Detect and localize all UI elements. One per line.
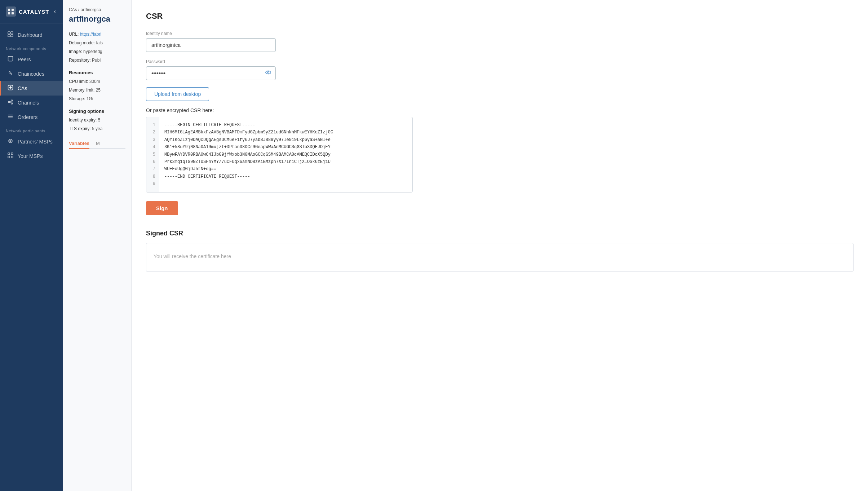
svg-rect-6	[8, 35, 10, 37]
svg-line-14	[10, 102, 11, 103]
svg-point-25	[267, 72, 269, 74]
svg-point-24	[266, 71, 271, 74]
sidebar-item-dashboard[interactable]: Dashboard	[0, 28, 63, 42]
channels-icon	[7, 99, 14, 106]
partners-msps-icon	[7, 138, 14, 145]
svg-point-18	[9, 139, 12, 143]
sign-button[interactable]: Sign	[146, 201, 178, 215]
tls-expiry: TLS expiry: 5 yea	[69, 125, 125, 132]
csr-text-content[interactable]: -----BEGIN CERTIFICATE REQUEST----- MIH6…	[159, 117, 412, 192]
svg-point-12	[11, 103, 13, 104]
sidebar-item-your-msps[interactable]: Your MSPs	[0, 149, 63, 163]
svg-rect-0	[8, 9, 10, 11]
peers-icon	[7, 56, 14, 63]
tab-variables[interactable]: Variables	[69, 138, 89, 149]
sidebar-navigation: Dashboard Network components Peers Chain…	[0, 23, 63, 491]
svg-rect-1	[12, 9, 14, 11]
dashboard-icon	[7, 31, 14, 39]
signed-csr-section: Signed CSR You will receive the certific…	[146, 230, 854, 272]
identity-name-label: Identity name	[146, 31, 854, 36]
svg-rect-4	[8, 32, 10, 34]
breadcrumb-separator: /	[78, 7, 81, 12]
cpu-limit: CPU limit: 300m	[69, 78, 125, 85]
csr-editor-inner: 1 2 3 4 5 6 7 8 9 -----BEGIN CERTIFICATE…	[146, 117, 412, 192]
app-name: CATALYST	[19, 9, 49, 15]
signed-csr-title: Signed CSR	[146, 230, 854, 237]
password-wrapper	[146, 66, 276, 80]
signed-csr-placeholder: You will receive the certificate here	[146, 243, 854, 272]
password-label: Password	[146, 59, 854, 64]
sidebar-item-chaincodes[interactable]: Chaincodes	[0, 67, 63, 81]
detail-image: Image: hyperledg	[69, 48, 125, 55]
csr-panel: CSR Identity name Password Upload from d…	[132, 0, 868, 491]
sidebar-collapse-button[interactable]: ‹	[53, 7, 57, 16]
sidebar-item-label: Channels	[18, 100, 39, 106]
sidebar: CATALYST ‹ Dashboard Network components	[0, 0, 63, 491]
svg-point-10	[8, 101, 10, 103]
sidebar-item-label: Dashboard	[18, 32, 43, 38]
svg-rect-7	[11, 35, 13, 37]
cas-icon	[7, 85, 14, 92]
svg-point-19	[10, 140, 11, 142]
section-label-network-components: Network components	[0, 42, 63, 52]
password-input[interactable]	[146, 66, 276, 80]
sidebar-item-label: CAs	[18, 85, 27, 91]
identity-name-input[interactable]	[146, 38, 276, 52]
line-numbers: 1 2 3 4 5 6 7 8 9	[146, 117, 159, 192]
sidebar-item-label: Chaincodes	[18, 71, 44, 77]
signing-options-section: Identity expiry: 5 TLS expiry: 5 yea	[69, 117, 125, 132]
svg-rect-17	[8, 118, 13, 118]
resources-title: Resources	[69, 70, 125, 75]
svg-rect-22	[8, 156, 10, 158]
breadcrumb-parent: CAs	[69, 7, 77, 12]
svg-rect-16	[8, 116, 13, 117]
signing-options-title: Signing options	[69, 109, 125, 114]
upload-from-desktop-button[interactable]: Upload from desktop	[146, 87, 209, 101]
resources-section: CPU limit: 300m Memory limit: 25 Storage…	[69, 78, 125, 102]
sidebar-item-peers[interactable]: Peers	[0, 52, 63, 67]
svg-rect-8	[8, 57, 13, 61]
main-content: CAs / artfinorgca artfinorgca URL: https…	[63, 0, 868, 491]
svg-rect-20	[8, 153, 10, 155]
page-title: artfinorgca	[69, 14, 125, 24]
svg-rect-21	[11, 153, 13, 155]
svg-rect-23	[11, 156, 13, 158]
storage: Storage: 1Gi	[69, 96, 125, 102]
url-link[interactable]: https://fabri	[80, 32, 101, 37]
csr-title: CSR	[146, 12, 854, 21]
section-label-network-participants: Network participants	[0, 124, 63, 134]
svg-rect-15	[8, 115, 13, 115]
svg-rect-3	[12, 12, 14, 14]
sidebar-item-label: Partners' MSPs	[18, 139, 53, 145]
sidebar-item-cas[interactable]: CAs	[0, 81, 63, 96]
svg-rect-2	[8, 12, 10, 14]
sidebar-item-label: Peers	[18, 57, 31, 62]
svg-line-13	[10, 101, 11, 102]
detail-url: URL: https://fabri	[69, 31, 125, 37]
orderers-icon	[7, 114, 14, 121]
detail-panel: CAs / artfinorgca artfinorgca URL: https…	[63, 0, 132, 491]
your-msps-icon	[7, 152, 14, 160]
tab-m[interactable]: M	[96, 138, 100, 149]
detail-debug-mode: Debug mode: fals	[69, 40, 125, 46]
sidebar-logo: CATALYST ‹	[0, 0, 63, 23]
svg-point-11	[11, 100, 13, 101]
identity-expiry: Identity expiry: 5	[69, 117, 125, 123]
detail-tabs: Variables M	[69, 138, 125, 149]
detail-info-section: URL: https://fabri Debug mode: fals Imag…	[69, 31, 125, 63]
detail-repository: Repository: Publi	[69, 57, 125, 63]
sidebar-item-partners-msps[interactable]: Partners' MSPs	[0, 134, 63, 149]
svg-rect-5	[11, 32, 13, 34]
toggle-password-button[interactable]	[265, 69, 271, 77]
chaincodes-icon	[7, 70, 14, 78]
identity-name-group: Identity name	[146, 31, 854, 52]
breadcrumb-current: artfinorgca	[81, 7, 101, 12]
logo-icon	[6, 6, 16, 17]
sidebar-item-channels[interactable]: Channels	[0, 96, 63, 110]
csr-editor: 1 2 3 4 5 6 7 8 9 -----BEGIN CERTIFICATE…	[146, 117, 413, 193]
sidebar-item-label: Orderers	[18, 114, 37, 120]
password-group: Password	[146, 59, 854, 80]
sidebar-item-label: Your MSPs	[18, 153, 43, 159]
memory-limit: Memory limit: 25	[69, 87, 125, 93]
sidebar-item-orderers[interactable]: Orderers	[0, 110, 63, 124]
